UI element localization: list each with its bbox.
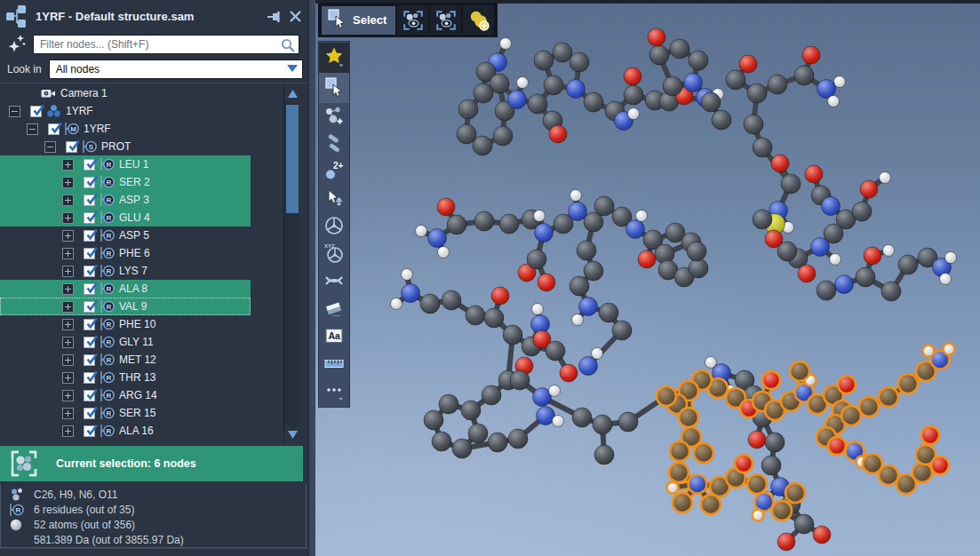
visibility-checkbox[interactable]: [84, 301, 95, 313]
current-selection-banner[interactable]: Current selection: 6 nodes: [0, 446, 303, 481]
expander-plus-icon[interactable]: [62, 212, 74, 224]
tree-item-arg-14[interactable]: RARG 14: [0, 386, 251, 404]
panel-divider[interactable]: [308, 0, 315, 556]
tree-item-1yrf[interactable]: 1YRF: [0, 102, 251, 120]
chevron-down-icon: [286, 61, 299, 77]
tree-item-gly-11[interactable]: RGLY 11: [0, 333, 251, 351]
group-add-button[interactable]: [463, 5, 494, 35]
svg-text:R: R: [107, 196, 112, 204]
expander-plus-icon[interactable]: [62, 248, 74, 259]
tree-item-ser-2[interactable]: RSER 2: [0, 173, 251, 191]
tree-item-camera-1[interactable]: Camera 1: [0, 84, 251, 102]
scrollbar-thumb[interactable]: [285, 104, 299, 214]
expander-plus-icon[interactable]: [62, 159, 74, 171]
visibility-checkbox[interactable]: [84, 354, 95, 366]
tree-item-ala-8[interactable]: RALA 8: [0, 280, 251, 298]
stat-row: R6 residues (out of 35): [1, 502, 306, 517]
bond-tool-button[interactable]: [319, 131, 349, 158]
tree-item-prot[interactable]: SPROT: [0, 138, 251, 155]
scroll-up-icon[interactable]: [284, 84, 300, 102]
expander-plus-icon[interactable]: [62, 301, 74, 313]
tree-item-lys-7[interactable]: RLYS 7: [0, 262, 251, 280]
select-set-highlight-button[interactable]: [430, 5, 461, 35]
expander-plus-icon[interactable]: [62, 283, 74, 295]
favorites-button[interactable]: [319, 43, 349, 73]
visibility-checkbox[interactable]: [84, 195, 95, 206]
expander-minus-icon[interactable]: [27, 123, 38, 135]
expander-plus-icon[interactable]: [62, 319, 74, 330]
visibility-checkbox[interactable]: [84, 425, 95, 437]
expander-minus-icon[interactable]: [9, 106, 20, 117]
viewport-top-toolbar: Select: [318, 3, 498, 37]
stat-row: 52 atoms (out of 356): [1, 517, 306, 532]
tree-item-val-9[interactable]: RVAL 9: [0, 298, 251, 315]
select-tool-button[interactable]: [319, 73, 349, 103]
expander-plus-icon[interactable]: [62, 354, 74, 366]
twist-tool-button[interactable]: [319, 268, 349, 296]
visibility-checkbox[interactable]: [66, 141, 77, 153]
tree-item-met-12[interactable]: RMET 12: [0, 351, 251, 369]
visibility-checkbox[interactable]: [84, 177, 95, 188]
visibility-checkbox[interactable]: [84, 372, 95, 384]
expander-plus-icon[interactable]: [62, 408, 74, 419]
visibility-checkbox[interactable]: [84, 408, 95, 419]
tree-scrollbar[interactable]: [283, 84, 299, 443]
visibility-checkbox[interactable]: [48, 123, 60, 135]
filter-nodes-input[interactable]: [33, 35, 299, 54]
pull-tool-button[interactable]: [319, 186, 349, 213]
visibility-checkbox[interactable]: [84, 212, 95, 224]
twist-tool-icon: [323, 270, 345, 295]
tree-item-phe-6[interactable]: RPHE 6: [0, 244, 251, 262]
label-tool-button[interactable]: Aa: [319, 323, 349, 351]
tree-item-label: GLY 11: [119, 336, 154, 348]
expander-plus-icon[interactable]: [62, 425, 74, 437]
visibility-checkbox[interactable]: [84, 266, 95, 277]
svg-text:R: R: [107, 427, 112, 435]
eraser-button[interactable]: [319, 296, 349, 323]
tree-item-leu-1[interactable]: RLEU 1: [0, 155, 251, 173]
tree-item-asp-5[interactable]: RASP 5: [0, 226, 251, 244]
scroll-down-icon[interactable]: [284, 425, 300, 443]
svg-text:R: R: [107, 214, 112, 222]
visibility-checkbox[interactable]: [84, 337, 95, 348]
filter-nodes-field[interactable]: [34, 36, 299, 53]
tree-item-asp-3[interactable]: RASP 3: [0, 191, 251, 209]
pin-icon[interactable]: [266, 8, 282, 24]
residue-icon: R: [100, 335, 115, 349]
expander-plus-icon[interactable]: [62, 372, 74, 384]
charge-tool-button[interactable]: 2+: [319, 158, 349, 186]
add-structure-button[interactable]: [319, 103, 349, 131]
tree-item-thr-13[interactable]: RTHR 13: [0, 369, 251, 386]
look-in-dropdown[interactable]: All nodes: [49, 60, 303, 79]
tree-item-ser-15[interactable]: RSER 15: [0, 404, 251, 422]
expander-minus-icon[interactable]: [44, 141, 56, 153]
tree-item-phe-10[interactable]: RPHE 10: [0, 315, 251, 333]
magic-sparkle-icon[interactable]: [5, 34, 28, 55]
visibility-checkbox[interactable]: [84, 390, 95, 401]
more-tools-button[interactable]: [319, 378, 349, 406]
close-icon[interactable]: [287, 8, 303, 24]
visibility-checkbox[interactable]: [84, 319, 95, 330]
select-button[interactable]: Select: [322, 6, 395, 35]
ruler-button[interactable]: [319, 351, 349, 378]
select-set-visible-button[interactable]: [397, 5, 428, 35]
tree-item-ala-16[interactable]: RALA 16: [0, 422, 251, 440]
expander-plus-icon[interactable]: [62, 266, 74, 277]
expander-plus-icon[interactable]: [62, 337, 74, 348]
visibility-checkbox[interactable]: [84, 159, 95, 171]
expander-plus-icon[interactable]: [62, 177, 74, 188]
filter-row: [0, 32, 308, 57]
visibility-checkbox[interactable]: [30, 106, 42, 117]
tree-item-glu-4[interactable]: RGLU 4: [0, 209, 251, 226]
rotate-wheel-xyz-button[interactable]: XYZ: [319, 241, 349, 268]
rotate-wheel-button[interactable]: [319, 213, 349, 241]
visibility-checkbox[interactable]: [84, 248, 95, 259]
visibility-checkbox[interactable]: [84, 283, 95, 295]
tree-item-1yrf[interactable]: M1YRF: [0, 120, 251, 138]
stat-row: C26, H9, N6, O11: [1, 487, 306, 502]
expander-plus-icon[interactable]: [62, 390, 74, 401]
tree-item-label: 1YRF: [66, 105, 93, 117]
visibility-checkbox[interactable]: [84, 230, 95, 242]
expander-plus-icon[interactable]: [62, 230, 74, 242]
expander-plus-icon[interactable]: [62, 195, 74, 206]
